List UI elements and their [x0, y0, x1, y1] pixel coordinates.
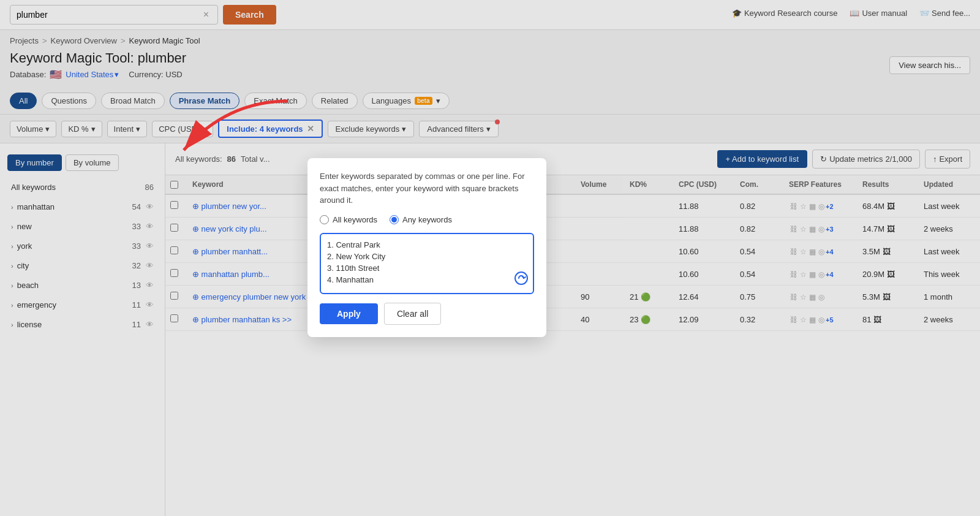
keyword-item-4: 4. Manhattan: [327, 275, 527, 284]
radio-all-input[interactable]: [320, 215, 329, 224]
radio-any-input[interactable]: [390, 215, 399, 224]
keywords-list: 1. Central Park 2. New York City 3. 110t…: [327, 240, 527, 284]
apply-button[interactable]: Apply: [320, 303, 378, 324]
modal-overlay[interactable]: Enter keywords separated by commas or on…: [0, 0, 980, 516]
include-keywords-modal: Enter keywords separated by commas or on…: [307, 158, 546, 337]
keywords-textarea[interactable]: 1. Central Park 2. New York City 3. 110t…: [320, 233, 534, 294]
refresh-icon: [514, 271, 528, 285]
refresh-keywords-button[interactable]: [514, 271, 528, 288]
radio-all-keywords[interactable]: All keywords: [320, 215, 377, 224]
keyword-item-2: 2. New York City: [327, 252, 527, 261]
radio-group: All keywords Any keywords: [320, 215, 534, 224]
clear-all-button[interactable]: Clear all: [384, 303, 441, 325]
modal-description: Enter keywords separated by commas or on…: [320, 170, 534, 207]
svg-point-1: [515, 272, 527, 284]
keyword-item-1: 1. Central Park: [327, 240, 527, 249]
keyword-item-3: 3. 110th Street: [327, 264, 527, 273]
modal-actions: Apply Clear all: [320, 303, 534, 325]
radio-any-keywords[interactable]: Any keywords: [390, 215, 452, 224]
